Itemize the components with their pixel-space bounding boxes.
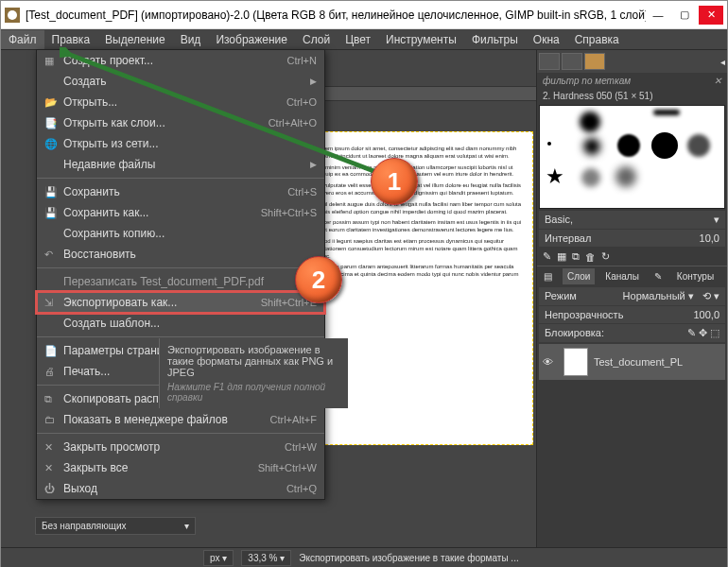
refresh-brush-icon[interactable]: ↻ bbox=[601, 250, 610, 263]
tab-patterns-icon[interactable] bbox=[562, 53, 582, 70]
menu-filters[interactable]: Фильтры bbox=[464, 30, 526, 49]
brush-filter[interactable]: фильтр по меткам bbox=[543, 76, 631, 86]
layer-row[interactable]: 👁 Test_document_PL bbox=[539, 344, 725, 380]
brush-name: 2. Hardness 050 (51 × 51) bbox=[537, 89, 727, 103]
maximize-button[interactable]: ▢ bbox=[672, 6, 697, 25]
menu-select[interactable]: Выделение bbox=[97, 30, 173, 49]
menu-layer[interactable]: Слой bbox=[295, 30, 338, 49]
titlebar: [Test_document_PDF] (импортировано)-2.0 … bbox=[1, 1, 727, 29]
menu-show-in-fm[interactable]: 🗀Показать в менеджере файловCtrl+Alt+F bbox=[37, 409, 324, 430]
menu-color[interactable]: Цвет bbox=[338, 30, 378, 49]
menu-quit[interactable]: ⏻ВыходCtrl+Q bbox=[37, 478, 324, 499]
lock-label: Блокировка: bbox=[545, 327, 604, 339]
layer-name[interactable]: Test_document_PL bbox=[594, 356, 683, 368]
guides-select[interactable]: Без направляющих▾ bbox=[35, 517, 196, 535]
brush-preset[interactable]: Basic, bbox=[545, 214, 573, 226]
menu-close-all[interactable]: ✕Закрыть всеShift+Ctrl+W bbox=[37, 457, 324, 478]
window-title: [Test_document_PDF] (импортировано)-2.0 … bbox=[26, 9, 646, 22]
panel-menu-icon[interactable]: ◂ bbox=[720, 57, 725, 67]
menu-open-location[interactable]: 🌐Открыть из сети... bbox=[37, 133, 324, 154]
paths-tab[interactable]: Контуры bbox=[672, 268, 719, 284]
tab-fonts-icon[interactable] bbox=[584, 53, 605, 70]
status-hint: Экспортировать изображение в такие форма… bbox=[299, 553, 518, 563]
layer-thumb bbox=[563, 348, 588, 376]
layers-tab[interactable]: Слои bbox=[563, 268, 595, 284]
right-panel: ◂ фильтр по меткам ✕ 2. Hardness 050 (51… bbox=[536, 50, 727, 567]
menu-open-as-layers[interactable]: 📑Открыть как слои...Ctrl+Alt+O bbox=[37, 112, 324, 133]
menu-create[interactable]: Создать▶ bbox=[37, 71, 324, 92]
zoom-select[interactable]: 33,3 % ▾ bbox=[241, 550, 291, 566]
unit-select[interactable]: px ▾ bbox=[203, 550, 234, 566]
duplicate-brush-icon[interactable]: ⧉ bbox=[572, 250, 580, 263]
edit-brush-icon[interactable]: ✎ bbox=[543, 250, 551, 263]
new-brush-icon[interactable]: ▦ bbox=[557, 250, 566, 263]
tab-brushes-icon[interactable] bbox=[539, 53, 560, 70]
callout-1: 1 bbox=[371, 158, 418, 205]
minimize-button[interactable]: — bbox=[646, 6, 670, 25]
file-dropdown: ▦Создать проект...Ctrl+N Создать▶ 📂Откры… bbox=[36, 49, 325, 500]
app-icon bbox=[5, 8, 20, 23]
layers-tab-icon[interactable]: ▤ bbox=[539, 268, 557, 284]
visibility-icon[interactable]: 👁 bbox=[543, 356, 558, 368]
brush-actions: ✎ ▦ ⧉ 🗑 ↻ bbox=[537, 248, 727, 266]
menu-close-view[interactable]: ✕Закрыть просмотрCtrl+W bbox=[37, 437, 324, 457]
menubar: Файл Правка Выделение Вид Изображение Сл… bbox=[1, 29, 727, 50]
callout-2: 2 bbox=[295, 256, 342, 303]
menu-help[interactable]: Справка bbox=[567, 30, 627, 49]
interval-value[interactable]: 10,0 bbox=[700, 232, 719, 244]
menu-file[interactable]: Файл bbox=[1, 30, 44, 49]
menu-save[interactable]: 💾СохранитьCtrl+S bbox=[37, 181, 324, 202]
statusbar: px ▾ 33,3 % ▾ Экспортировать изображение… bbox=[1, 547, 727, 567]
delete-brush-icon[interactable]: 🗑 bbox=[585, 251, 596, 263]
paths-tab-icon[interactable]: ✎ bbox=[650, 268, 667, 284]
mode-value[interactable]: Нормальный bbox=[623, 290, 685, 301]
opacity-label: Непрозрачность bbox=[545, 309, 623, 320]
menu-image[interactable]: Изображение bbox=[208, 30, 295, 49]
menu-recent[interactable]: Недавние файлы▶ bbox=[37, 154, 324, 175]
menu-open[interactable]: 📂Открыть...Ctrl+O bbox=[37, 92, 324, 112]
menu-save-copy[interactable]: Сохранить копию... bbox=[37, 223, 324, 244]
svg-point-1 bbox=[8, 10, 17, 20]
dock-tabs: ◂ bbox=[537, 50, 727, 73]
menu-revert[interactable]: ↶Восстановить bbox=[37, 244, 324, 265]
channels-tab[interactable]: Каналы bbox=[600, 268, 644, 284]
menu-tools[interactable]: Инструменты bbox=[378, 30, 464, 49]
lock-icons[interactable]: ✎ ✥ ⬚ bbox=[687, 327, 719, 339]
mode-label: Режим bbox=[545, 290, 577, 302]
menu-edit[interactable]: Правка bbox=[44, 30, 98, 49]
menu-export-as[interactable]: ⇲Экспортировать как...Shift+Ctrl+E bbox=[37, 292, 324, 313]
export-tooltip: Экспортировать изображение в такие форма… bbox=[159, 338, 348, 408]
interval-label: Интервал bbox=[545, 232, 591, 244]
menu-create-template[interactable]: Создать шаблон... bbox=[37, 313, 324, 334]
menu-windows[interactable]: Окна bbox=[526, 30, 567, 49]
menu-save-as[interactable]: 💾Сохранить как...Shift+Ctrl+S bbox=[37, 202, 324, 223]
menu-overwrite[interactable]: Перезаписать Test_document_PDF.pdf bbox=[37, 271, 324, 292]
opacity-value[interactable]: 100,0 bbox=[693, 309, 719, 320]
menu-create-project[interactable]: ▦Создать проект...Ctrl+N bbox=[37, 50, 324, 71]
brush-grid[interactable]: ★ bbox=[539, 105, 725, 209]
close-button[interactable]: ✕ bbox=[699, 6, 723, 25]
menu-view[interactable]: Вид bbox=[173, 30, 209, 49]
